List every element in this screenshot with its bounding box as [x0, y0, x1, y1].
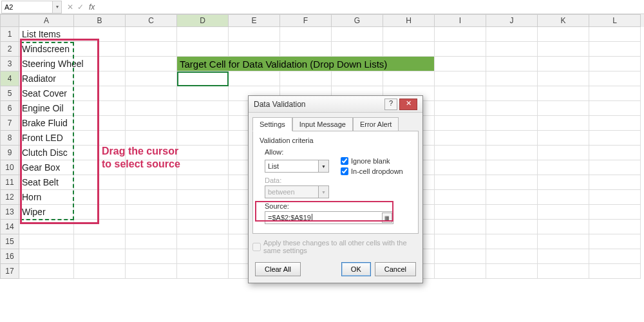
cell[interactable] [177, 190, 229, 205]
cell[interactable] [435, 131, 486, 146]
cell[interactable] [74, 175, 126, 190]
col-header-H[interactable]: H [383, 14, 435, 27]
cell[interactable] [126, 42, 177, 57]
cell[interactable] [435, 205, 486, 220]
cell[interactable]: Steering Wheel [19, 57, 74, 71]
cell[interactable] [538, 175, 589, 190]
cell[interactable] [538, 71, 589, 86]
col-header-E[interactable]: E [229, 14, 280, 27]
cell[interactable] [538, 234, 589, 249]
cell[interactable] [538, 264, 589, 279]
cell[interactable] [486, 160, 538, 175]
cell[interactable] [19, 234, 74, 249]
cell[interactable] [486, 249, 538, 264]
cell[interactable] [74, 234, 126, 249]
col-header-G[interactable]: G [332, 14, 383, 27]
cell[interactable] [538, 249, 589, 264]
cell[interactable] [589, 220, 641, 234]
cell[interactable]: Radiator [19, 71, 74, 86]
cell[interactable] [435, 57, 486, 71]
cell[interactable] [19, 249, 74, 264]
source-input[interactable]: =$A$2:$A$19 ▦ [265, 211, 393, 224]
col-header-F[interactable]: F [280, 14, 332, 27]
col-header-D[interactable]: D [177, 14, 229, 27]
cell[interactable] [538, 86, 589, 101]
cell[interactable] [280, 27, 332, 42]
name-box[interactable] [1, 1, 53, 14]
row-header[interactable]: 5 [0, 86, 19, 101]
col-header-L[interactable]: L [589, 14, 641, 27]
row-header[interactable]: 10 [0, 160, 19, 175]
cell[interactable] [538, 57, 589, 71]
cell[interactable] [19, 264, 74, 279]
cell[interactable] [538, 146, 589, 160]
cell[interactable] [538, 42, 589, 57]
cell[interactable] [435, 42, 486, 57]
cell[interactable] [435, 234, 486, 249]
row-header[interactable]: 15 [0, 234, 19, 249]
row-header[interactable]: 17 [0, 264, 19, 279]
cell[interactable] [126, 86, 177, 101]
cell[interactable] [177, 42, 229, 57]
cell[interactable] [589, 86, 641, 101]
cell[interactable] [74, 42, 126, 57]
cell[interactable] [126, 249, 177, 264]
cell[interactable] [177, 264, 229, 279]
cell[interactable] [589, 116, 641, 131]
cell[interactable] [74, 71, 126, 86]
cell[interactable] [177, 146, 229, 160]
cell[interactable] [332, 71, 383, 86]
clear-all-button[interactable]: Clear All [255, 262, 301, 276]
row-header[interactable]: 4 [0, 71, 19, 86]
row-header[interactable]: 12 [0, 190, 19, 205]
close-button[interactable]: ✕ [399, 99, 417, 110]
cell[interactable] [589, 57, 641, 71]
row-header[interactable]: 7 [0, 116, 19, 131]
cell[interactable]: Engine Oil [19, 101, 74, 116]
cell[interactable] [435, 116, 486, 131]
cell[interactable] [177, 27, 229, 42]
cell[interactable] [126, 205, 177, 220]
help-button[interactable]: ? [384, 99, 397, 110]
cell[interactable] [177, 249, 229, 264]
cell[interactable] [589, 205, 641, 220]
cell[interactable] [229, 27, 280, 42]
cell[interactable] [435, 86, 486, 101]
cell[interactable] [435, 71, 486, 86]
cell[interactable] [126, 57, 177, 71]
cell[interactable]: Brake Fluid [19, 116, 74, 131]
cell[interactable] [74, 220, 126, 234]
cell[interactable] [486, 86, 538, 101]
cell[interactable] [589, 249, 641, 264]
cell[interactable] [126, 27, 177, 42]
cell[interactable] [486, 190, 538, 205]
cell[interactable] [229, 42, 280, 57]
row-header[interactable]: 16 [0, 249, 19, 264]
cell[interactable] [177, 101, 229, 116]
cell[interactable] [74, 86, 126, 101]
cell[interactable] [74, 264, 126, 279]
cell[interactable] [538, 190, 589, 205]
row-header[interactable]: 3 [0, 57, 19, 71]
cell[interactable] [538, 101, 589, 116]
cell[interactable] [126, 71, 177, 86]
cell[interactable] [74, 27, 126, 42]
select-all-corner[interactable] [0, 14, 19, 27]
cell[interactable]: Seat Belt [19, 175, 74, 190]
cell[interactable] [177, 220, 229, 234]
cell[interactable] [538, 160, 589, 175]
cell[interactable] [332, 42, 383, 57]
cell[interactable] [177, 86, 229, 101]
cell[interactable] [589, 175, 641, 190]
cell[interactable] [589, 234, 641, 249]
cell[interactable] [486, 220, 538, 234]
cell[interactable] [538, 116, 589, 131]
cell[interactable] [74, 205, 126, 220]
cell[interactable] [589, 42, 641, 57]
cell[interactable] [486, 234, 538, 249]
row-header[interactable]: 2 [0, 42, 19, 57]
col-header-B[interactable]: B [74, 14, 126, 27]
cell[interactable] [126, 190, 177, 205]
cell[interactable] [126, 220, 177, 234]
cell[interactable] [177, 205, 229, 220]
